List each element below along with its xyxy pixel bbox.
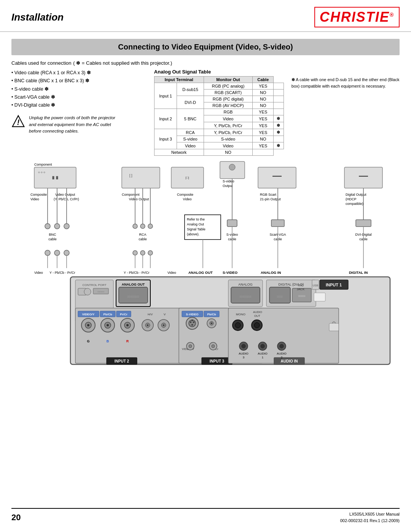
svg-point-156: [193, 321, 194, 323]
signal-rgb-pc-digital: RGB (PC digital): [204, 96, 253, 102]
svg-point-92: [84, 288, 91, 295]
cables-heading: Cables used for connection ( ✽ = Cables …: [11, 59, 400, 67]
svg-text:Component: Component: [34, 163, 52, 166]
dsub15-label: D-sub15: [177, 83, 204, 96]
footer-doc-info: LX505/LX605 User Manual 002-000232-01 Re…: [340, 511, 400, 524]
svg-point-145: [163, 324, 164, 326]
cable-item-1: Video cable (RCA x 1 or RCA x 3) ✽: [11, 69, 147, 77]
table-header-row: Input Terminal Monitor Out Cable: [154, 77, 284, 83]
signal-ypbcb2: Y, Pb/Cb, Pr/Cr: [204, 122, 253, 129]
svg-point-179: [242, 344, 245, 348]
svg-text:Output: Output: [223, 184, 233, 188]
cables-list: Video cable (RCA x 1 or RCA x 3) ✽ BNC c…: [11, 69, 147, 109]
monitor-out-yes1: YES: [253, 83, 274, 89]
table-body: Input 1 D-sub15 RGB (PC analog) YES RGB …: [154, 83, 284, 156]
svg-text:V: V: [164, 313, 166, 316]
svg-point-155: [190, 321, 191, 323]
svg-text:compatible): compatible): [346, 202, 363, 206]
svg-text:Component: Component: [122, 193, 140, 197]
svg-text:2: 2: [281, 356, 283, 359]
cable-empty6: [274, 136, 284, 142]
monitor-out-yes5: YES: [253, 129, 274, 136]
svg-text:OUT: OUT: [254, 314, 260, 318]
svg-text:CONTROL PORT: CONTROL PORT: [82, 283, 106, 287]
svg-text:::::::::: ::::::::: [277, 295, 283, 298]
monitor-out-no2: NO: [253, 96, 274, 102]
monitor-out-no4: NO: [253, 136, 274, 142]
signal-video2: Video: [204, 115, 253, 122]
cable-star3: ✽: [274, 129, 284, 136]
svg-point-42: [133, 224, 137, 228]
svg-text:INPUT 2: INPUT 2: [115, 359, 129, 363]
svg-text:[   ]: [ ]: [129, 174, 132, 177]
svg-text:VIDEO/Y: VIDEO/Y: [82, 313, 95, 316]
svg-text:::::::::::::::::: ::::::::::::::::: [127, 295, 139, 298]
input2-label: Input 2: [154, 109, 177, 129]
svg-point-10: [229, 164, 235, 170]
monitor-out-yes2: YES: [253, 109, 274, 115]
analog-table-title: Analog Out Signal Table: [154, 69, 284, 75]
cable-empty7: [253, 149, 274, 156]
svg-text:AUDIO: AUDIO: [253, 310, 262, 314]
svg-text:R/C: R/C: [298, 284, 303, 287]
logo-reg: ®: [390, 12, 394, 18]
svg-rect-190: [314, 293, 325, 301]
svg-point-175: [235, 323, 241, 328]
svg-text:▬▬▬: ▬▬▬: [359, 174, 368, 177]
christie-logo: CHRISTIE®: [314, 7, 400, 27]
svg-text:(HDCP: (HDCP: [346, 197, 357, 201]
svg-text:ANALOG OUT: ANALOG OUT: [188, 270, 213, 275]
signal-rgb-pc-analog: RGB (PC analog): [204, 83, 253, 89]
svg-text:▬▬▬: ▬▬▬: [272, 174, 282, 177]
analog-table-section: Analog Out Signal Table Input Terminal M…: [154, 69, 284, 156]
signal-ypbcb3: Y, Pb/Cb, Pr/Cr: [204, 129, 253, 136]
svg-text:::::::::::::::::: ::::::::::::::::: [239, 295, 251, 298]
svg-text:1: 1: [262, 356, 264, 359]
network-label: Network: [154, 149, 204, 156]
svg-point-36: [64, 224, 69, 229]
video3-label: Video: [177, 142, 204, 149]
svg-point-141: [147, 324, 148, 326]
svg-point-44: [148, 224, 153, 228]
svg-point-69: [148, 251, 153, 255]
svg-text:RCA: RCA: [139, 233, 146, 236]
svg-text:Video: Video: [34, 271, 43, 275]
monitor-out-yes4: YES: [253, 122, 274, 129]
cable-empty2: [274, 89, 284, 96]
svg-point-165: [189, 345, 192, 348]
cable-item-5: DVI-Digital cable ✽: [11, 101, 147, 109]
svg-text:cable: cable: [139, 237, 147, 241]
table-row: Network NO: [154, 149, 284, 156]
svg-text:Y - Pb/Cb - Pr/Cr: Y - Pb/Cb - Pr/Cr: [49, 271, 75, 275]
svg-point-66: [64, 250, 69, 256]
svg-rect-53: [227, 220, 237, 227]
page-title: Installation: [11, 11, 64, 23]
svg-text:G: G: [87, 339, 89, 343]
svg-point-64: [45, 250, 50, 256]
cables-and-table: Video cable (RCA x 1 or RCA x 3) ✽ BNC c…: [11, 69, 400, 156]
warning-box: ! Unplug the power cords of both the pro…: [11, 115, 118, 134]
warning-icon: !: [11, 115, 25, 128]
svg-text:MONO: MONO: [236, 313, 245, 316]
page-number: 20: [11, 513, 21, 522]
svg-text:○○○○○: ○○○○○: [97, 291, 104, 293]
svg-point-132: [107, 324, 109, 326]
svg-point-177: [254, 323, 260, 328]
monitor-out-yes6: YES: [253, 142, 274, 149]
page-header: Installation CHRISTIE®: [0, 0, 411, 32]
signal-rgb-scart: RGB (SCART): [204, 89, 253, 96]
svg-text:Analog Out: Analog Out: [187, 222, 204, 226]
svg-text:S-VIDEO: S-VIDEO: [186, 313, 199, 316]
svg-text:AUDIO: AUDIO: [239, 352, 248, 355]
signal-rgb-av-hdcp: RGB (AV HDCP): [204, 102, 253, 109]
cable-empty3: [274, 96, 284, 102]
svg-text:Y - Pb/Cb - Pr/Cr: Y - Pb/Cb - Pr/Cr: [124, 271, 150, 275]
cable-star4: ✽: [274, 142, 284, 149]
svg-text:ANALOG IN: ANALOG IN: [261, 270, 281, 275]
svg-text:Video: Video: [167, 271, 176, 275]
svg-rect-191: [329, 323, 339, 331]
svg-text:ANALOG OUT: ANALOG OUT: [122, 283, 145, 286]
svg-text:RGB Scart: RGB Scart: [260, 193, 277, 197]
svg-text:Pb/Cb: Pb/Cb: [103, 313, 112, 316]
svg-rect-57: [271, 220, 284, 227]
